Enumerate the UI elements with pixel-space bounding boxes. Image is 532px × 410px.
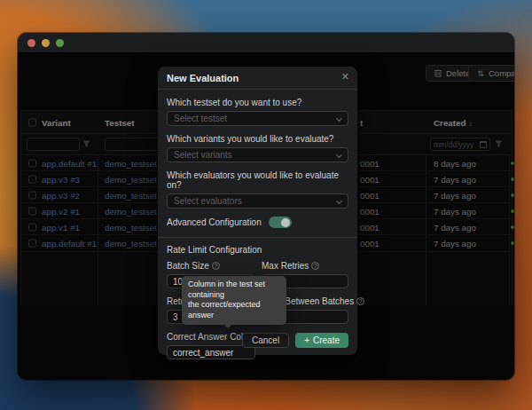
chevron-down-icon (336, 152, 342, 158)
variants-select[interactable]: Select variants (167, 147, 348, 162)
help-tooltip: Column in the test set containing the co… (182, 276, 286, 325)
modal-footer: Cancel + Create (242, 333, 348, 348)
chevron-down-icon (336, 198, 342, 204)
new-evaluation-modal: New Evaluation ✕ Which testset do you wa… (158, 67, 357, 355)
testset-select[interactable]: Select testset (167, 111, 348, 126)
advanced-configuration-toggle[interactable] (269, 217, 292, 228)
help-circle-icon[interactable]: ? (311, 262, 319, 270)
tooltip-arrow (224, 325, 231, 328)
max-retries-label: Max Retries (262, 261, 309, 271)
create-button-label: Create (313, 335, 340, 345)
app-content: Delete ⇅ Compare Variant Testset t Creat… (18, 53, 514, 379)
toggle-knob (281, 218, 290, 227)
rate-limit-section-label: Rate Limit Configuration (167, 245, 348, 255)
close-window-button[interactable] (27, 39, 35, 47)
traffic-lights (27, 39, 64, 47)
app-window: Delete ⇅ Compare Variant Testset t Creat… (18, 33, 514, 380)
advanced-configuration-label: Advanced Configuration (167, 217, 262, 227)
tooltip-line-1: Column in the test set containing (188, 280, 280, 300)
variants-select-placeholder: Select variants (174, 150, 232, 160)
modal-title: New Evaluation (167, 73, 239, 83)
tooltip-line-2: the correct/expected answer (188, 300, 280, 320)
create-button[interactable]: + Create (295, 333, 348, 348)
help-circle-icon[interactable]: ? (212, 262, 220, 270)
chevron-down-icon (336, 115, 342, 122)
section-divider (158, 237, 357, 238)
window-titlebar (18, 33, 514, 53)
plus-icon: + (304, 335, 309, 345)
desktop-wallpaper: Delete ⇅ Compare Variant Testset t Creat… (0, 0, 532, 410)
cancel-button[interactable]: Cancel (242, 333, 289, 348)
advanced-configuration-row: Advanced Configuration (167, 217, 348, 228)
variants-question-label: Which variants you would like to evaluat… (167, 134, 348, 144)
close-icon[interactable]: ✕ (341, 71, 349, 83)
minimize-window-button[interactable] (42, 39, 50, 47)
testset-question-label: Which testset do you want to use? (167, 98, 348, 107)
evaluators-question-label: Which evaluators you would like to evalu… (167, 170, 348, 190)
batch-size-label: Batch Size (167, 261, 209, 271)
evaluators-select[interactable]: Select evaluators (167, 193, 348, 209)
modal-header: New Evaluation ✕ (158, 67, 357, 90)
evaluators-select-placeholder: Select evaluators (174, 196, 242, 206)
zoom-window-button[interactable] (56, 39, 64, 47)
testset-select-placeholder: Select testset (174, 114, 227, 123)
